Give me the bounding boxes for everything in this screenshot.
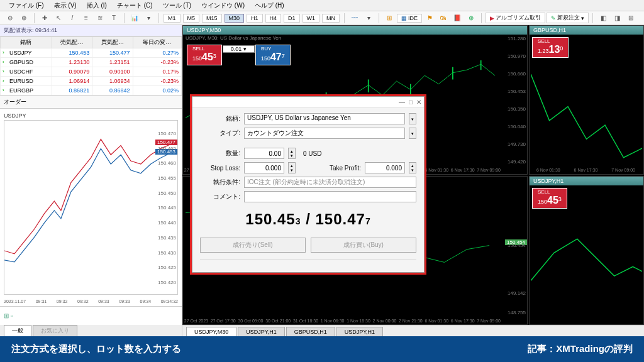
ide-button[interactable]: ▦IDE [397,14,422,23]
menu-view[interactable]: 表示 (V) [50,1,80,11]
sell-tile[interactable]: SELL 150453 [532,188,567,209]
watch-row[interactable]: USDJPY150.453150.4770.27% [1,48,182,58]
minimize-icon[interactable]: — [399,99,405,106]
buy-button[interactable]: 成行買い(Buy) [311,238,416,253]
zoomin-icon[interactable]: ⊕ [18,13,30,24]
basket-icon[interactable]: 🛍 [437,13,450,24]
crosshair-icon[interactable]: ✚ [38,13,51,24]
close-icon[interactable]: ✕ [416,99,421,106]
chart-tab[interactable]: GBPUSD,H1 [286,327,335,336]
tf-m5[interactable]: M5 [183,14,200,23]
menu-tool[interactable]: ツール (T) [159,1,196,11]
autoscroll-icon[interactable]: ◧ [597,13,609,24]
tab-general[interactable]: 一般 [4,325,31,336]
chevron-down-icon[interactable]: ▾ [142,13,155,24]
flag-icon[interactable]: ⚑ [423,13,436,24]
sell-button[interactable]: 成行売り(Sell) [200,238,306,253]
menu-file[interactable]: ファイル (F) [5,1,48,11]
col-symbol[interactable]: 銘柄 [1,37,52,48]
chart-tab[interactable]: USDJPY,H1 [336,327,383,336]
chart-usdjpy-h1[interactable]: USDJPY,H1 SELL 150453 [529,176,644,326]
menu-insert[interactable]: 挿入 (I) [83,1,111,11]
sell-tile[interactable]: SELL 150453 [187,45,222,65]
tf-h4[interactable]: H4 [265,14,282,23]
chart-tabs: USDJPY,M30 USDJPY,H1 GBPUSD,H1 USDJPY,H1 [182,325,644,336]
shift-icon[interactable]: ◨ [611,13,623,24]
label-type: タイプ: [200,129,240,138]
sell-tile[interactable]: SELL 1.23130 [532,37,569,58]
market-watch: 銘柄 売気配… 買気配… 毎日の変… USDJPY150.453150.4770… [0,36,182,96]
algo-button[interactable]: ▶アルゴリズム取引 [486,13,545,23]
volume-input[interactable]: 0.01 ▾ [223,45,255,53]
stepper-icon[interactable]: ▴▾ [288,162,296,173]
caption-text: 注文方式を選択し、ロット数を入力する [11,343,181,355]
fibo-icon[interactable]: ≋ [94,13,106,24]
type-select[interactable]: カウントダウン注文 [244,128,405,139]
label-sl: Stop Loss: [200,165,240,172]
menubar: ファイル (F) 表示 (V) 挿入 (I) チャート (C) ツール (T) … [0,0,644,11]
watch-row[interactable]: GBPUSD1.231301.23151-0.23% [1,58,182,67]
chart-subtitle: USDJPY, M30: US Dollar vs Japanese Yen [183,35,527,41]
chevron-down-icon[interactable]: ▾ [362,13,375,24]
chevron-down-icon[interactable]: ▾ [409,113,416,124]
book-icon[interactable]: 📕 [451,13,464,24]
symbol-select[interactable]: USDJPY, US Dollar vs Japanese Yen [244,113,405,124]
label-comment: コメント: [200,192,240,201]
watch-row[interactable]: USDCHF0.900790.901000.17% [1,67,182,77]
volume-usd: 0 USD [303,150,321,157]
cursor-icon[interactable]: ↖ [52,13,65,24]
volume-input[interactable] [244,148,284,159]
col-bid[interactable]: 売気配… [52,37,92,48]
chart-tab[interactable]: USDJPY,M30 [186,327,236,336]
tf-mn[interactable]: MN [322,14,340,23]
tab-favorites[interactable]: お気に入り [33,325,77,336]
new-order-button[interactable]: ✎新規注文▾ [547,13,589,23]
tf-d1[interactable]: D1 [284,14,300,23]
chart-gbpusd[interactable]: GBPUSD,H1 SELL 1.23130 6 Nov 01:306 Nov … [529,25,644,175]
signal-icon[interactable]: ⊕ [465,13,477,24]
text-icon[interactable]: T [108,13,120,24]
col-change[interactable]: 毎日の変… [133,37,181,48]
label-symbol: 銘柄: [200,114,240,123]
grid-icon[interactable]: ⊞ [625,13,637,24]
equidistant-icon[interactable]: ≡ [80,13,92,24]
fill-select[interactable]: IOC注文 (部分約定時に未決済分取消注文) [244,177,416,188]
sl-input[interactable] [244,162,284,173]
window-icon[interactable]: ⊞ [383,13,396,24]
chevron-down-icon[interactable]: ▾ [409,128,416,139]
stepper-icon[interactable]: ▴▾ [288,148,296,159]
tf-m15[interactable]: M15 [202,14,222,23]
watch-row[interactable]: EURGBP0.868210.868420.02% [1,86,182,96]
caption-footer: 注文方式を選択し、ロット数を入力する 記事：XMTradingの評判 [0,336,644,362]
label-tp: Take Profit: [299,165,361,172]
tp-input[interactable] [365,162,405,173]
col-ask[interactable]: 買気配… [92,37,133,48]
maximize-icon[interactable]: □ [409,99,413,106]
mini-chart[interactable]: USDJPY 150.477 150.453 150.470150.465150… [0,109,182,306]
menu-chart[interactable]: チャート (C) [113,1,157,11]
indicator-icon[interactable]: 📊 [128,13,141,24]
tf-h1[interactable]: H1 [247,14,263,23]
market-watch-time: 気配値表示: 09:34:41 [0,25,182,36]
chart-title: USDJPY,M30 [183,26,527,35]
comment-input[interactable] [244,191,416,202]
tf-m1[interactable]: M1 [164,14,180,23]
chart-tab[interactable]: USDJPY,H1 [238,327,284,336]
zoomout-icon[interactable]: ⊖ [4,13,16,24]
stepper-icon[interactable]: ▴▾ [409,162,416,173]
order-dialog: — □ ✕ 銘柄:USDJPY, US Dollar vs Japanese Y… [192,96,425,273]
tf-m30[interactable]: M30 [225,14,245,23]
label-volume: 数量: [200,149,240,158]
trendline-icon[interactable]: / [66,13,79,24]
order-panel-label: オーダー [0,96,182,109]
buy-tile[interactable]: BUY 150477 [255,45,291,65]
chartline-icon[interactable]: 〰 [348,13,361,24]
navigator-icon[interactable]: ⊞ ▫ [4,312,13,319]
watch-row[interactable]: EURUSD1.069141.06934-0.23% [1,77,182,86]
menu-help[interactable]: ヘルプ (H) [251,1,288,11]
tf-w1[interactable]: W1 [303,14,320,23]
caption-source: 記事：XMTradingの評判 [528,343,633,355]
label-fill: 執行条件: [200,178,240,187]
chart-title: GBPUSD,H1 [530,26,643,35]
menu-window[interactable]: ウインドウ (W) [197,1,248,11]
